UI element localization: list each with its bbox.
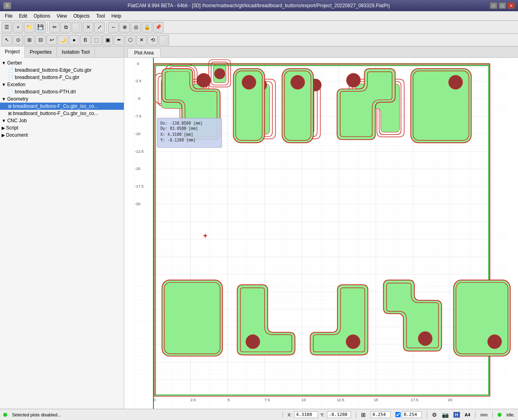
svg-text:Dx:  -138.8580 [mm]: Dx: -138.8580 [mm] [160,121,202,125]
delete-icon[interactable]: ✕ [83,22,93,32]
pcb-canvas: 0 -2.5 -5 -7.5 -10 -12.5 -15 -17.5 -20 0… [124,58,518,409]
plot-area-tab[interactable]: Plot Area [127,48,161,57]
tree-item[interactable]: 📄breadboard_buttons-F_Cu.gbr [0,74,124,81]
svg-text:-20: -20 [135,202,141,206]
close-button[interactable]: ✕ [508,2,515,9]
minimize-button[interactable]: ─ [490,2,497,9]
separator5 [492,411,493,418]
svg-text:Dy:    83.0580 [mm]: Dy: 83.0580 [mm] [160,126,198,131]
hex-icon[interactable]: ⬡ [125,35,135,45]
toolbar2: ↖⊙⊞⊟↩🌙●B⬚▣✒⬡✕⟲⬜ [0,34,518,46]
settings-icon[interactable]: ⚙ [432,412,437,418]
svg-text:7.5: 7.5 [264,398,270,402]
toolbar1: ☰+📁💾✏⧉⬜✕⤢↔⊕◎🔒📌 [0,21,518,34]
status-text: Selected plots disabled... [12,412,278,417]
grid-icon[interactable]: ⊞ [24,35,34,45]
svg-point-82 [488,335,502,349]
grid-icon: ⊞ [361,412,366,418]
separator3 [427,411,427,418]
select2-icon[interactable]: ▣ [103,35,113,45]
paper-size: A4 [465,412,470,417]
menu-help[interactable]: Help [108,12,125,20]
titlebar-controls: ─ □ ✕ [490,2,515,9]
rotate-icon[interactable]: ⟲ [147,35,158,45]
svg-point-67 [242,75,256,89]
grid-size2-input[interactable]: 0.254 [402,411,422,418]
open-icon[interactable]: 📁 [24,22,34,32]
statusbar: Selected plots disabled... X: 4.3180 Y: … [0,409,518,420]
x-value: 4.3180 [294,411,318,418]
tab-bar: Project Properties Isolation Tool [0,46,124,58]
tree-item[interactable]: ▼Gerber [0,59,124,67]
status-led [3,413,7,417]
pen-icon[interactable]: ✒ [114,35,124,45]
rect-icon[interactable]: ⬜ [159,35,169,45]
tab-isolation-tool[interactable]: Isolation Tool [57,46,95,57]
copy-icon[interactable]: ⧉ [60,22,71,32]
snap-checkbox[interactable] [395,412,401,417]
menu-edit[interactable]: Edit [16,12,30,20]
menu-objects[interactable]: Objects [70,12,93,20]
maximize-button[interactable]: □ [499,2,506,9]
tree-item[interactable]: ▼Geometry [0,95,124,103]
menu-options[interactable]: Options [30,12,53,20]
separator2 [356,411,356,418]
lock-icon[interactable]: 🔒 [142,22,152,32]
grid-size-input[interactable]: 0.254 [371,411,391,418]
file-tree: ▼Gerber📄breadboard_buttons-Edge_Cuts.gbr… [0,58,124,409]
plot-area[interactable]: 0 -2.5 -5 -7.5 -10 -12.5 -15 -17.5 -20 0… [124,58,518,409]
coordinate-display: X: 4.3180 Y: -8.1280 [288,411,351,418]
moon-icon[interactable]: 🌙 [58,35,68,45]
select-icon[interactable]: ⬚ [91,35,102,45]
svg-point-79 [418,331,432,345]
svg-text:-5: -5 [137,96,141,101]
box-icon[interactable]: ⬜ [72,22,82,32]
tab-properties[interactable]: Properties [25,46,57,57]
tree-item[interactable]: 📄breadboard_buttons-Edge_Cuts.gbr [0,67,124,74]
y-value: -8.1280 [327,411,351,418]
new-icon[interactable]: + [13,22,23,32]
bold-icon[interactable]: B [80,35,91,45]
menu-icon[interactable]: ☰ [2,22,12,32]
app-menu-icon[interactable]: ☰ [3,2,11,9]
drill-icon[interactable]: ⊙ [13,35,23,45]
x-icon[interactable]: ✕ [136,35,147,45]
snap-checkbox-area[interactable]: 0.254 [395,411,422,418]
svg-text:+: + [203,232,207,240]
toolbar1-sep-4 [47,23,48,32]
svg-text:15: 15 [374,398,378,402]
expand-icon[interactable]: ⤢ [94,22,105,32]
tab-project[interactable]: Project [0,46,25,58]
menu-view[interactable]: View [53,12,70,20]
tree-item[interactable]: ▶Script [0,124,124,131]
width-icon[interactable]: ↔ [108,22,119,32]
tree-item[interactable]: ▼CNC Job [0,117,124,124]
menu-tool[interactable]: Tool [93,12,108,20]
separator4 [475,411,476,418]
tree-item[interactable]: ▶Document [0,131,124,139]
circle-fill-icon[interactable]: ● [69,35,79,45]
svg-point-71 [347,73,361,87]
menu-file[interactable]: File [2,12,16,20]
sidebar: Project Properties Isolation Tool ▼Gerbe… [0,46,124,409]
svg-rect-76 [164,283,220,354]
grid2-icon[interactable]: ⊟ [35,35,46,45]
idle-text: Idle. [506,412,515,417]
separator1 [282,411,283,418]
tree-item[interactable]: ⊞breadboard_buttons-F_Cu.gbr_iso_co... [0,110,124,117]
pin-icon[interactable]: 📌 [153,22,163,32]
h-icon: H [454,412,460,418]
svg-point-64 [197,73,211,87]
svg-point-77 [246,335,260,349]
target-icon[interactable]: ⊕ [119,22,130,32]
tree-item[interactable]: 📄breadboard_buttons-PTH.drl [0,88,124,95]
camera-icon[interactable]: 📷 [442,412,449,418]
edit-icon[interactable]: ✏ [49,22,60,32]
cursor-icon[interactable]: ↖ [2,35,12,45]
save-icon[interactable]: 💾 [35,22,46,32]
undo-icon[interactable]: ↩ [46,35,57,45]
tree-item[interactable]: ▼Excellon [0,81,124,88]
circle-icon[interactable]: ◎ [131,22,141,32]
tree-item[interactable]: ⊞breadboard_buttons-F_Cu.gbr_iso_co... [0,103,124,110]
svg-text:2.5: 2.5 [190,398,196,402]
